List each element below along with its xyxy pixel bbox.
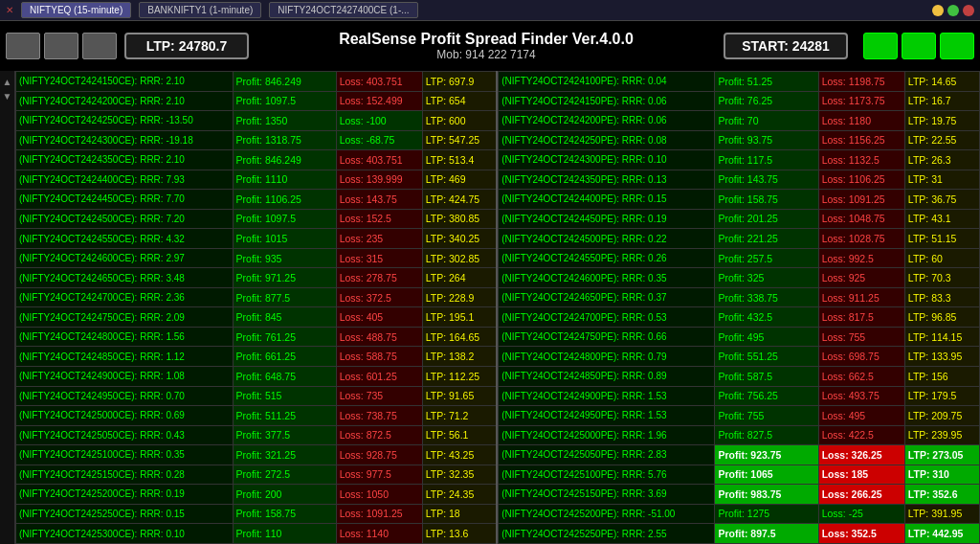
profit-cell: Profit: 158.75 — [715, 190, 818, 210]
table-row: (NIFTY24OCT2424150CE): RRR: 2.10 Profit:… — [16, 72, 498, 92]
loss-cell: Loss: 735 — [336, 386, 422, 406]
symbol-cell: (NIFTY24OCT2424800PE): RRR: 0.79 — [499, 347, 715, 367]
profit-cell: Profit: 76.25 — [715, 91, 818, 111]
header: LTP: 24780.7 RealSense Profit Spread Fin… — [0, 21, 980, 71]
tab-niftyoct[interactable]: NIFTY24OCT2427400CE (1-... — [269, 2, 417, 18]
symbol-cell: (NIFTY24OCT2425250CE): RRR: 0.15 — [16, 504, 234, 524]
scroll-down-icon[interactable]: ▼ — [3, 91, 12, 102]
ltp-cell: LTP: 391.95 — [904, 504, 979, 524]
loss-cell: Loss: 1091.25 — [336, 504, 422, 524]
symbol-cell: (NIFTY24OCT2425100PE): RRR: 5.76 — [499, 465, 715, 485]
ltp-cell: LTP: 442.95 — [904, 524, 979, 544]
symbol-cell: (NIFTY24OCT2424400PE): RRR: 0.15 — [499, 190, 715, 210]
btn3[interactable] — [82, 33, 117, 59]
btn2[interactable] — [44, 33, 78, 59]
green-btn-1[interactable] — [863, 33, 898, 59]
symbol-cell: (NIFTY24OCT2425100CE): RRR: 0.35 — [16, 445, 234, 465]
symbol-cell: (NIFTY24OCT2424900CE): RRR: 1.08 — [16, 366, 234, 386]
symbol-cell: (NIFTY24OCT2424350PE): RRR: 0.13 — [499, 170, 715, 190]
ltp-label: LTP: — [146, 38, 175, 54]
tab-banknifty[interactable]: BANKNIFTY1 (1-minute) — [139, 2, 261, 18]
loss-cell: Loss: -68.75 — [336, 130, 422, 150]
loss-cell: Loss: 315 — [336, 248, 422, 268]
symbol-cell: (NIFTY24OCT2425000CE): RRR: 0.69 — [16, 406, 234, 426]
loss-cell: Loss: 422.5 — [818, 425, 904, 445]
ltp-cell: LTP: 273.05 — [904, 445, 979, 465]
profit-cell: Profit: 515 — [233, 386, 336, 406]
close-button[interactable] — [963, 5, 974, 16]
main-content: ▲ ▼ (NIFTY24OCT2424150CE): RRR: 2.10 Pro… — [0, 71, 980, 544]
symbol-cell: (NIFTY24OCT2424600CE): RRR: 2.97 — [16, 248, 234, 268]
ltp-cell: LTP: 24.35 — [422, 485, 497, 505]
loss-cell: Loss: 738.75 — [336, 406, 422, 426]
table-row: (NIFTY24OCT2425250PE): RRR: 2.55 Profit:… — [499, 524, 980, 544]
table-row: (NIFTY24OCT2425150PE): RRR: 3.69 Profit:… — [499, 485, 980, 505]
loss-cell: Loss: 266.25 — [818, 485, 904, 505]
ltp-cell: LTP: 43.1 — [904, 209, 979, 229]
table-row: (NIFTY24OCT2424400PE): RRR: 0.15 Profit:… — [499, 190, 980, 210]
symbol-cell: (NIFTY24OCT2424700CE): RRR: 2.36 — [16, 287, 234, 307]
table-row: (NIFTY24OCT2424350CE): RRR: 2.10 Profit:… — [16, 150, 498, 170]
symbol-cell: (NIFTY24OCT2424750PE): RRR: 0.66 — [499, 327, 715, 347]
ltp-cell: LTP: 340.25 — [422, 229, 497, 249]
ltp-cell: LTP: 31 — [904, 170, 979, 190]
table-row: (NIFTY24OCT2425200CE): RRR: 0.19 Profit:… — [16, 485, 498, 505]
table-row: (NIFTY24OCT2424200PE): RRR: 0.06 Profit:… — [499, 111, 980, 131]
ltp-cell: LTP: 70.3 — [904, 268, 979, 288]
ltp-cell: LTP: 469 — [422, 170, 497, 190]
profit-cell: Profit: 1106.25 — [233, 190, 336, 210]
minimize-button[interactable] — [932, 5, 944, 16]
close-icon[interactable]: ✕ — [6, 5, 13, 15]
symbol-cell: (NIFTY24OCT2425250PE): RRR: 2.55 — [499, 524, 715, 544]
tab-niftyeq[interactable]: NIFTYEQ (15-minute) — [21, 2, 131, 18]
table-container: (NIFTY24OCT2424150CE): RRR: 2.10 Profit:… — [15, 71, 980, 544]
profit-cell: Profit: 845 — [233, 307, 336, 328]
ltp-cell: LTP: 19.75 — [904, 111, 979, 131]
loss-cell: Loss: 405 — [336, 307, 422, 328]
symbol-cell: (NIFTY24OCT2424650PE): RRR: 0.37 — [499, 287, 715, 307]
ltp-cell: LTP: 51.15 — [904, 229, 979, 249]
table-row: (NIFTY24OCT2424700CE): RRR: 2.36 Profit:… — [16, 287, 498, 307]
table-row: (NIFTY24OCT2424600CE): RRR: 2.97 Profit:… — [16, 248, 498, 268]
ltp-display: LTP: 24780.7 — [124, 33, 249, 59]
loss-cell: Loss: 1091.25 — [818, 190, 904, 210]
symbol-cell: (NIFTY24OCT2425000PE): RRR: 1.96 — [499, 425, 715, 445]
loss-cell: Loss: 817.5 — [818, 307, 904, 328]
green-btn-3[interactable] — [940, 33, 974, 59]
table-row: (NIFTY24OCT2424800PE): RRR: 0.79 Profit:… — [499, 347, 980, 367]
scroll-up-icon[interactable]: ▲ — [3, 77, 12, 87]
profit-cell: Profit: 877.5 — [233, 287, 336, 307]
ltp-cell: LTP: 36.75 — [904, 190, 979, 210]
table-row: (NIFTY24OCT2424250CE): RRR: -13.50 Profi… — [16, 111, 498, 131]
loss-cell: Loss: -25 — [818, 504, 904, 524]
table-row: (NIFTY24OCT2424750PE): RRR: 0.66 Profit:… — [499, 327, 980, 347]
table-row: (NIFTY24OCT2424700PE): RRR: 0.53 Profit:… — [499, 307, 980, 328]
ltp-cell: LTP: 13.6 — [422, 524, 497, 544]
loss-cell: Loss: 403.751 — [336, 150, 422, 170]
maximize-button[interactable] — [947, 5, 959, 16]
profit-cell: Profit: 1065 — [715, 465, 818, 485]
loss-cell: Loss: 1180 — [818, 111, 904, 131]
loss-cell: Loss: 139.999 — [336, 170, 422, 190]
symbol-cell: (NIFTY24OCT2424850CE): RRR: 1.12 — [16, 347, 234, 367]
green-btn-2[interactable] — [902, 33, 936, 59]
loss-cell: Loss: 1048.75 — [818, 209, 904, 229]
loss-cell: Loss: 977.5 — [336, 465, 422, 485]
table-row: (NIFTY24OCT2425050CE): RRR: 0.43 Profit:… — [16, 425, 498, 445]
ltp-cell: LTP: 14.65 — [904, 72, 979, 92]
table-row: (NIFTY24OCT2424900PE): RRR: 1.53 Profit:… — [499, 386, 980, 406]
loss-cell: Loss: 698.75 — [818, 347, 904, 367]
profit-cell: Profit: 1110 — [233, 170, 336, 190]
symbol-cell: (NIFTY24OCT2425200CE): RRR: 0.19 — [16, 485, 234, 505]
profit-cell: Profit: 755 — [715, 406, 818, 426]
profit-cell: Profit: 846.249 — [233, 150, 336, 170]
loss-cell: Loss: -100 — [336, 111, 422, 131]
table-row: (NIFTY24OCT2424500CE): RRR: 7.20 Profit:… — [16, 209, 498, 229]
loss-cell: Loss: 1132.5 — [818, 150, 904, 170]
start-label: START: — [742, 38, 789, 54]
loss-cell: Loss: 326.25 — [818, 445, 904, 465]
btn1[interactable] — [6, 33, 40, 59]
loss-cell: Loss: 352.5 — [818, 524, 904, 544]
profit-cell: Profit: 272.5 — [233, 465, 336, 485]
symbol-cell: (NIFTY24OCT2424200PE): RRR: 0.06 — [499, 111, 715, 131]
